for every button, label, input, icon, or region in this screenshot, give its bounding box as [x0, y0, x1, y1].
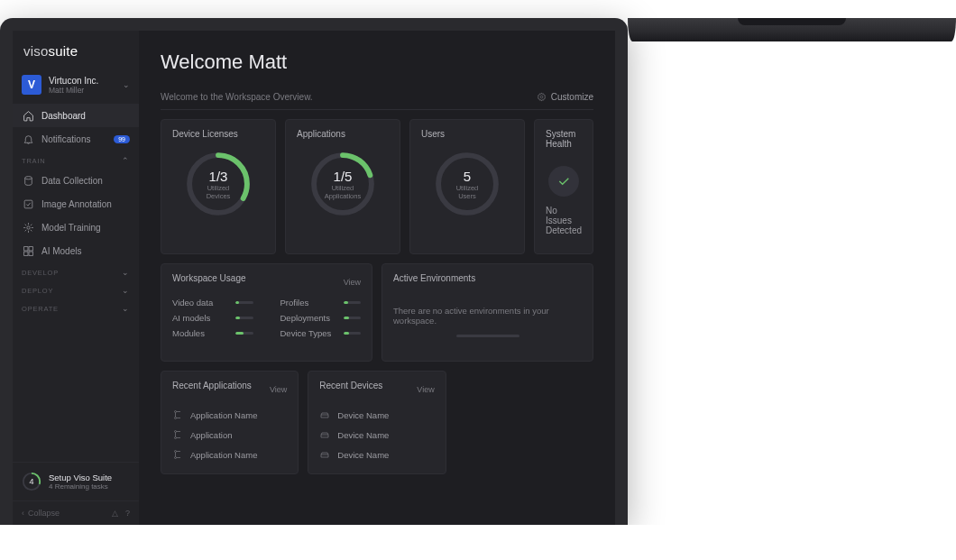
home-icon: [22, 109, 34, 122]
usage-label: Profiles: [280, 298, 335, 308]
svg-point-18: [175, 437, 177, 439]
card-applications[interactable]: Applications 1/5 Utilized Applications: [285, 119, 400, 254]
list-item-label: Application Name: [190, 410, 257, 420]
brand-suffix: suite: [48, 43, 78, 59]
app-icon: [172, 429, 183, 440]
sidebar: visosuite V Virtucon Inc. Matt Miller ⌄ …: [13, 31, 139, 525]
recent-device-item[interactable]: Device Name: [319, 405, 434, 425]
section-train-label: TRAIN: [22, 157, 46, 165]
brand-prefix: viso: [23, 43, 48, 59]
setup-tasks[interactable]: 4 Setup Viso Suite 4 Remaining tasks: [13, 462, 139, 500]
card-workspace-usage[interactable]: Workspace Usage View Video dataAI models…: [161, 263, 372, 362]
section-develop[interactable]: DEVELOP ⌄: [13, 262, 139, 280]
svg-rect-1: [24, 200, 32, 208]
sidebar-item-notifications[interactable]: Notifications 99: [13, 127, 139, 151]
usage-row: Deployments: [280, 313, 362, 323]
sidebar-item-dashboard[interactable]: Dashboard: [13, 104, 139, 127]
environments-bar: [456, 335, 519, 337]
usage-bar: [344, 317, 362, 319]
sidebar-item-ai-models[interactable]: AI Models: [13, 239, 139, 262]
gauge-label1-users: Utilized: [456, 184, 479, 192]
card-title-apps: Applications: [297, 129, 345, 139]
label-data-collection: Data Collection: [41, 176, 103, 186]
subtitle-row: Welcome to the Workspace Overview. Custo…: [161, 92, 593, 110]
gauge-users: 5 Utilized Users: [429, 146, 505, 222]
recent-device-item[interactable]: Device Name: [319, 445, 434, 464]
svg-rect-5: [23, 252, 27, 255]
list-item-label: Application Name: [190, 450, 257, 460]
sidebar-item-data-collection[interactable]: Data Collection: [13, 169, 139, 192]
app-screen: visosuite V Virtucon Inc. Matt Miller ⌄ …: [13, 31, 615, 525]
card-active-environments[interactable]: Active Environments There are no active …: [381, 263, 593, 362]
card-users[interactable]: Users 5 Utilized Users: [409, 119, 525, 254]
section-deploy[interactable]: DEPLOY ⌄: [13, 280, 139, 298]
list-item-label: Device Name: [337, 450, 389, 460]
recent-device-item[interactable]: Device Name: [319, 425, 434, 445]
sidebar-label-notifications: Notifications: [41, 134, 90, 144]
card-device-licenses[interactable]: Device Licenses 1/3 Utilized Devices: [161, 119, 276, 254]
gauge-label1-apps: Utilized: [332, 184, 354, 192]
collapse-row: ‹ Collapse △ ?: [13, 500, 139, 525]
chevron-down-icon: ⌄: [122, 304, 130, 313]
sidebar-label-dashboard: Dashboard: [41, 111, 86, 121]
models-icon: [22, 244, 34, 257]
training-icon: [22, 221, 34, 234]
notifications-badge: 99: [114, 135, 130, 143]
svg-point-9: [540, 96, 543, 98]
sidebar-item-image-annotation[interactable]: Image Annotation: [13, 192, 139, 216]
section-train[interactable]: TRAIN ⌃: [13, 151, 139, 169]
card-system-health[interactable]: System Health No Issues Detected: [534, 119, 593, 254]
customize-label: Customize: [551, 92, 593, 102]
usage-label: Video data: [172, 298, 226, 308]
setup-title: Setup Viso Suite: [49, 473, 112, 482]
usage-label: Device Types: [280, 328, 335, 338]
recent-app-item[interactable]: Application: [172, 425, 287, 445]
card-title-licenses: Device Licenses: [172, 129, 238, 139]
usage-bar: [344, 301, 362, 304]
usage-bar: [235, 332, 253, 335]
label-ai-models: AI Models: [41, 246, 81, 256]
org-user: Matt Miller: [49, 86, 115, 95]
card-title-environments: Active Environments: [393, 273, 582, 283]
laptop-base: [628, 18, 956, 41]
gauge-value-licenses: 1/3: [209, 169, 228, 184]
gauge-label1-licenses: Utilized: [207, 184, 230, 192]
view-link-recent-devices[interactable]: View: [417, 385, 434, 394]
recent-app-item[interactable]: Application Name: [172, 445, 287, 464]
usage-row: Profiles: [280, 298, 362, 308]
section-operate[interactable]: OPERATE ⌄: [13, 298, 139, 317]
label-model-training: Model Training: [41, 223, 101, 233]
org-badge: V: [22, 75, 41, 95]
app-icon: [172, 409, 183, 420]
page-title: Welcome Matt: [161, 50, 593, 74]
card-recent-apps[interactable]: Recent Applications View Application Nam…: [161, 371, 299, 474]
card-recent-devices[interactable]: Recent Devices View Device NameDevice Na…: [308, 371, 446, 474]
notification-mini-icon[interactable]: △: [112, 509, 118, 518]
sidebar-item-model-training[interactable]: Model Training: [13, 216, 139, 239]
view-link-recent-apps[interactable]: View: [270, 385, 287, 394]
recent-app-item[interactable]: Application Name: [172, 405, 287, 425]
gauge-label2-users: Users: [458, 192, 476, 200]
usage-bar: [344, 332, 362, 335]
svg-point-0: [24, 176, 32, 179]
org-switcher[interactable]: V Virtucon Inc. Matt Miller ⌄: [13, 69, 139, 104]
gauge-value-apps: 1/5: [334, 169, 353, 184]
help-icon[interactable]: ?: [125, 509, 130, 518]
setup-subtitle: 4 Remaining tasks: [49, 482, 112, 491]
org-name: Virtucon Inc.: [49, 76, 115, 86]
card-title-recent-apps: Recent Applications: [172, 381, 252, 390]
svg-point-17: [175, 431, 177, 433]
gauge-value-users: 5: [464, 169, 471, 184]
view-link-usage[interactable]: View: [344, 278, 361, 287]
gear-icon: [537, 92, 547, 102]
usage-bar: [235, 317, 253, 319]
usage-row: Modules: [172, 328, 253, 338]
customize-button[interactable]: Customize: [537, 92, 593, 102]
collapse-button[interactable]: ‹ Collapse: [22, 509, 60, 518]
chevron-up-icon: ⌃: [122, 156, 130, 165]
usage-bar: [235, 301, 253, 304]
chevron-down-icon: ⌄: [122, 268, 130, 277]
card-title-recent-devices: Recent Devices: [319, 381, 382, 390]
card-title-usage: Workspace Usage: [172, 273, 246, 283]
health-status: No Issues Detected: [546, 206, 582, 235]
